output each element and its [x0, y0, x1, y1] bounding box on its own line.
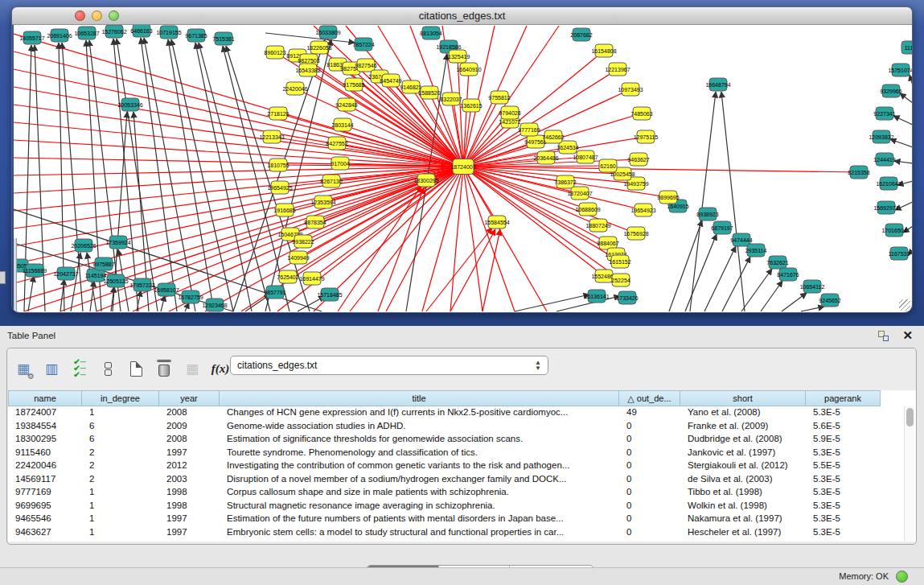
cell-short[interactable]: Wolkin et al. (1998)	[680, 500, 806, 513]
cell-year[interactable]: 1998	[159, 500, 220, 513]
graph-edge[interactable]	[28, 276, 34, 311]
graph-edge[interactable]	[483, 229, 500, 311]
cell-out_degree[interactable]: 0	[619, 473, 680, 487]
cell-year[interactable]: 2003	[159, 473, 220, 487]
cell-in_degree[interactable]: 1	[82, 486, 159, 500]
collapsed-west-panel-handle[interactable]	[0, 271, 6, 284]
table-row[interactable]: 1938455462009Genome-wide association stu…	[8, 420, 893, 434]
show-columns-icon[interactable]: ▥	[42, 359, 61, 378]
cell-pagerank[interactable]: 5.3E-5	[806, 526, 881, 540]
cell-name[interactable]: 14569117	[8, 473, 82, 487]
cell-year[interactable]: 2009	[159, 420, 220, 434]
cell-short[interactable]: de Silva et al. (2003)	[680, 473, 806, 487]
cell-title[interactable]: Embryonic stem cells: a model to study s…	[220, 526, 619, 540]
cell-year[interactable]: 1998	[159, 486, 220, 500]
cell-title[interactable]: Estimation of significance thresholds fo…	[220, 433, 619, 447]
graph-edge[interactable]	[894, 161, 912, 163]
graph-edge[interactable]	[265, 33, 355, 43]
scrollbar-thumb[interactable]	[906, 408, 914, 426]
table-select-dropdown[interactable]: citations_edges.txt ▲▼	[230, 356, 548, 375]
cell-title[interactable]: Investigating the contribution of common…	[220, 459, 619, 473]
cell-name[interactable]: 18724007	[8, 406, 82, 420]
cell-title[interactable]: Corpus callosum shape and size in male p…	[220, 486, 619, 500]
table-row[interactable]: 911546021997Tourette syndrome. Phenomeno…	[8, 447, 893, 460]
cell-pagerank[interactable]: 5.3E-5	[806, 500, 881, 513]
cell-short[interactable]: Tibbo et al. (1998)	[680, 486, 806, 500]
cell-in_degree[interactable]: 6	[82, 420, 159, 434]
cell-name[interactable]: 22420046	[8, 459, 82, 473]
cell-short[interactable]: Dudbridge et al. (2008)	[680, 433, 806, 447]
network-canvas[interactable]: 1405571720691406106532871527606264661631…	[14, 25, 912, 312]
window-resize-grip[interactable]	[899, 299, 910, 311]
cell-pagerank[interactable]: 5.3E-5	[806, 513, 881, 526]
cell-out_degree[interactable]: 0	[619, 500, 680, 513]
graph-edge[interactable]	[463, 51, 604, 167]
graph-edge[interactable]	[761, 281, 782, 311]
graph-edge[interactable]	[171, 39, 233, 311]
cell-year[interactable]: 2012	[159, 459, 220, 473]
column-header-pagerank[interactable]: pagerank	[806, 390, 881, 406]
cell-in_degree[interactable]: 1	[82, 513, 159, 526]
cell-year[interactable]: 1997	[159, 526, 220, 540]
graph-edge[interactable]	[910, 75, 912, 85]
cell-out_degree[interactable]: 0	[619, 486, 680, 500]
cell-name[interactable]: 9463627	[8, 526, 82, 540]
cell-pagerank[interactable]: 5.3E-5	[806, 447, 881, 460]
graph-edge[interactable]	[463, 167, 483, 311]
table-row[interactable]: 1830029562008Estimation of significance …	[8, 433, 893, 447]
cell-out_degree[interactable]: 0	[619, 433, 680, 447]
graph-edge[interactable]	[782, 293, 807, 311]
graph-edge[interactable]	[669, 220, 702, 311]
graph-edge[interactable]	[14, 34, 463, 167]
column-header-in_degree[interactable]: in_degree	[82, 390, 159, 406]
cell-out_degree[interactable]: 0	[619, 447, 680, 460]
create-table-icon[interactable]	[126, 359, 146, 378]
graph-edge[interactable]	[199, 43, 270, 311]
graph-edge[interactable]	[463, 167, 515, 311]
graph-edge[interactable]	[900, 93, 912, 103]
cell-in_degree[interactable]: 2	[82, 459, 159, 473]
cell-year[interactable]: 2008	[159, 406, 220, 420]
function-builder-icon[interactable]: f(x)	[211, 359, 230, 378]
graph-edge[interactable]	[141, 38, 177, 311]
cell-name[interactable]: 9699695	[8, 500, 82, 513]
graph-edge[interactable]	[113, 39, 138, 311]
column-header-short[interactable]: short	[680, 390, 806, 406]
cell-short[interactable]: Nakamura et al. (1997)	[680, 513, 806, 526]
graph-edge[interactable]	[426, 228, 492, 311]
cell-out_degree[interactable]: 0	[619, 526, 680, 540]
graph-edge[interactable]	[690, 92, 716, 311]
table-row[interactable]: 1456911722003Disruption of a novel membe…	[8, 473, 893, 487]
column-header-year[interactable]: year	[159, 390, 220, 406]
network-graph[interactable]: 1405571720691406106532871527606264661631…	[14, 25, 912, 312]
cell-name[interactable]: 18300295	[8, 433, 82, 447]
table-settings-icon[interactable]: ▦⚙	[14, 359, 33, 378]
graph-edge[interactable]	[741, 269, 772, 311]
cell-in_degree[interactable]: 1	[82, 526, 159, 540]
cell-title[interactable]: Tourette syndrome. Phenomenology and cla…	[220, 447, 619, 460]
column-header-title[interactable]: title	[220, 390, 619, 406]
cell-out_degree[interactable]: 0	[619, 459, 680, 473]
cell-title[interactable]: Disruption of a novel member of a sodium…	[220, 473, 619, 487]
cell-title[interactable]: Changes of HCN gene expression and I(f) …	[220, 406, 619, 420]
cell-name[interactable]: 19384554	[8, 420, 82, 434]
graph-edge[interactable]	[14, 87, 463, 167]
cell-name[interactable]: 9777169	[8, 486, 82, 500]
select-all-columns-icon[interactable]: ✔─✔─✔─	[70, 359, 89, 378]
cell-title[interactable]: Structural magnetic resonance image aver…	[220, 500, 619, 513]
cell-year[interactable]: 1997	[159, 513, 220, 526]
cell-name[interactable]: 9465546	[8, 513, 82, 526]
table-row[interactable]: 946362711997Embryonic stem cells: a mode…	[8, 526, 893, 540]
cell-pagerank[interactable]: 5.6E-5	[806, 420, 881, 434]
cell-in_degree[interactable]: 6	[82, 433, 159, 447]
column-header-out_de[interactable]: △ out_de...	[619, 390, 680, 406]
cell-in_degree[interactable]: 1	[82, 500, 159, 513]
cell-name[interactable]: 9115460	[8, 447, 82, 460]
table-vertical-scrollbar[interactable]	[904, 406, 915, 541]
graph-edge[interactable]	[801, 307, 824, 311]
graph-edge[interactable]	[515, 295, 589, 311]
cell-year[interactable]: 1997	[159, 447, 220, 460]
cell-in_degree[interactable]: 1	[82, 406, 159, 420]
column-header-name[interactable]: name	[8, 390, 82, 406]
cell-pagerank[interactable]: 5.3E-5	[806, 406, 881, 420]
